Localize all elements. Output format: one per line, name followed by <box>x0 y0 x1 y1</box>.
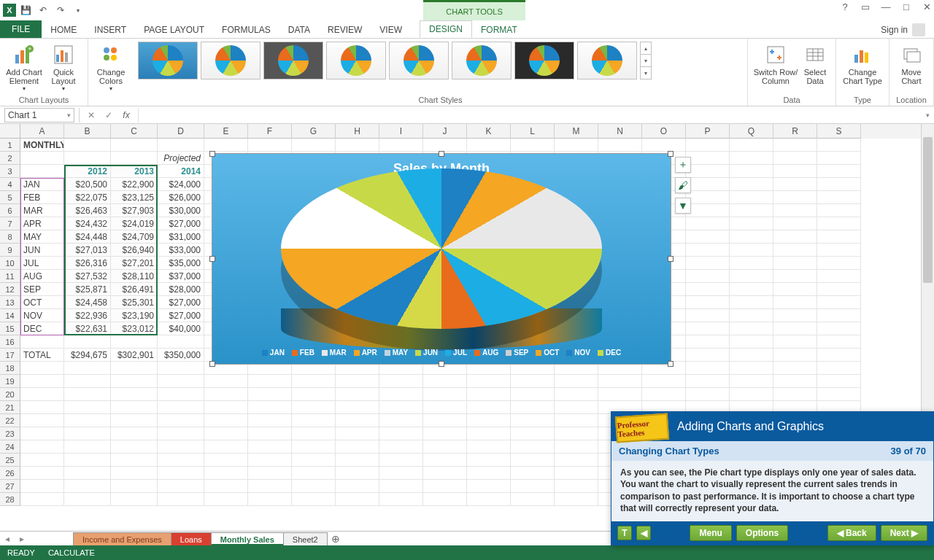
tab-home[interactable]: HOME <box>42 22 85 38</box>
chart-styles-icon[interactable]: 🖌 <box>675 177 691 193</box>
cell[interactable] <box>158 335 204 349</box>
chart-filters-icon[interactable]: ▼ <box>675 198 691 214</box>
cell[interactable] <box>817 178 861 191</box>
change-chart-type-button[interactable]: Change Chart Type <box>841 42 884 85</box>
column-header[interactable]: Q <box>730 124 773 139</box>
cell[interactable] <box>64 454 111 467</box>
cell[interactable] <box>773 204 817 217</box>
cell[interactable] <box>730 270 773 283</box>
column-header[interactable]: I <box>379 124 423 139</box>
cell[interactable] <box>248 480 292 493</box>
row-header[interactable]: 8 <box>0 230 20 244</box>
redo-icon[interactable]: ↷ <box>53 2 69 18</box>
cell[interactable] <box>555 401 598 414</box>
cell[interactable] <box>336 414 379 427</box>
cell[interactable] <box>817 139 861 152</box>
cell[interactable] <box>204 467 248 480</box>
cell[interactable] <box>204 427 248 440</box>
cell[interactable] <box>686 165 730 178</box>
cell[interactable]: $22,900 <box>111 178 158 191</box>
cell[interactable]: $23,012 <box>111 322 158 335</box>
cell[interactable] <box>336 375 379 388</box>
cell[interactable] <box>773 322 817 335</box>
cell[interactable] <box>111 414 158 427</box>
cell[interactable] <box>336 480 379 493</box>
cell[interactable]: $35,000 <box>158 257 204 270</box>
cell[interactable] <box>555 388 598 401</box>
cell[interactable]: JAN <box>20 178 64 191</box>
cell[interactable] <box>730 139 773 152</box>
cell[interactable] <box>467 401 511 414</box>
cell[interactable]: APR <box>20 217 64 230</box>
column-header[interactable]: O <box>642 124 686 139</box>
cell[interactable]: TOTAL <box>20 349 64 362</box>
cell[interactable] <box>730 296 773 309</box>
column-header[interactable]: S <box>817 124 861 139</box>
cell[interactable] <box>686 309 730 322</box>
cell[interactable] <box>773 165 817 178</box>
cell[interactable] <box>555 139 598 152</box>
cell[interactable] <box>817 152 861 165</box>
row-header[interactable]: 4 <box>0 178 20 191</box>
cell[interactable] <box>423 454 467 467</box>
cell[interactable] <box>111 152 158 165</box>
cell[interactable]: $350,000 <box>158 349 204 362</box>
cell[interactable] <box>158 362 204 375</box>
cell[interactable] <box>817 217 861 230</box>
cell[interactable] <box>817 309 861 322</box>
cell[interactable] <box>817 362 861 375</box>
maximize-icon[interactable]: □ <box>900 1 912 12</box>
row-header[interactable]: 2 <box>0 152 20 165</box>
cell[interactable] <box>467 139 511 152</box>
cell[interactable] <box>730 309 773 322</box>
cell[interactable] <box>817 296 861 309</box>
row-header[interactable]: 19 <box>0 375 20 388</box>
cell[interactable]: OCT <box>20 296 64 309</box>
cell[interactable] <box>467 427 511 440</box>
cell[interactable] <box>20 401 64 414</box>
cell[interactable]: MONTHLY SALES <box>20 139 64 152</box>
cell[interactable] <box>817 349 861 362</box>
row-header[interactable]: 15 <box>0 322 20 335</box>
cell[interactable]: $26,940 <box>111 244 158 257</box>
cell[interactable]: $31,000 <box>158 230 204 244</box>
cell[interactable] <box>379 480 423 493</box>
cell[interactable] <box>598 388 642 401</box>
row-header[interactable]: 23 <box>0 427 20 440</box>
cell[interactable] <box>111 139 158 152</box>
cell[interactable] <box>555 493 598 506</box>
row-header[interactable]: 27 <box>0 480 20 493</box>
cell[interactable] <box>817 283 861 296</box>
cell[interactable]: $27,000 <box>158 296 204 309</box>
sign-in[interactable]: Sign in <box>881 23 925 36</box>
cell[interactable] <box>20 362 64 375</box>
close-icon[interactable]: ✕ <box>921 1 933 12</box>
cell[interactable] <box>336 139 379 152</box>
column-header[interactable]: E <box>204 124 248 139</box>
cell[interactable]: $26,316 <box>64 257 111 270</box>
row-header[interactable]: 1 <box>0 139 20 152</box>
quick-layout-button[interactable]: Quick Layout▾ <box>44 42 83 92</box>
row-header[interactable]: 11 <box>0 270 20 283</box>
cell[interactable] <box>511 414 555 427</box>
ribbon-options-icon[interactable]: ▭ <box>860 1 871 12</box>
cell[interactable] <box>379 493 423 506</box>
cell[interactable]: $25,871 <box>64 283 111 296</box>
cell[interactable] <box>64 362 111 375</box>
cancel-formula-icon[interactable]: ✕ <box>82 110 100 120</box>
chart-style-thumb[interactable] <box>138 42 198 79</box>
cell[interactable]: 2012 <box>64 165 111 178</box>
cell[interactable]: 2014 <box>158 165 204 178</box>
cell[interactable] <box>248 375 292 388</box>
cell[interactable] <box>379 401 423 414</box>
cell[interactable] <box>730 152 773 165</box>
cell[interactable] <box>423 388 467 401</box>
cell[interactable] <box>686 217 730 230</box>
save-icon[interactable]: 💾 <box>18 2 34 18</box>
cell[interactable] <box>292 440 336 454</box>
cell[interactable] <box>111 427 158 440</box>
cell[interactable]: SEP <box>20 283 64 296</box>
cell[interactable] <box>773 191 817 204</box>
cell[interactable] <box>248 440 292 454</box>
sheet-tab-monthly-sales[interactable]: Monthly Sales <box>211 532 284 545</box>
